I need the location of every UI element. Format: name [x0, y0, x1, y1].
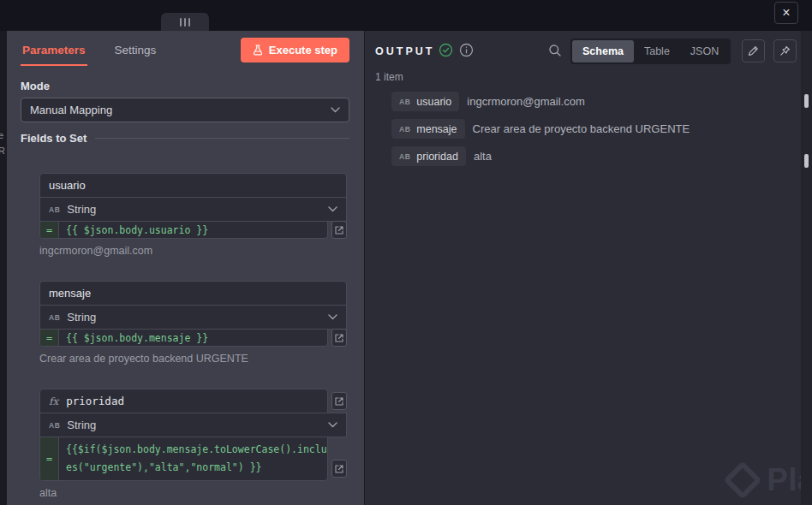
field-value-row: = {{ $json.body.usuario }}: [39, 221, 347, 239]
schema-field-value: ingcrmoron@gmail.com: [467, 95, 584, 108]
execute-step-button[interactable]: Execute step: [241, 38, 349, 62]
schema-field-prioridad[interactable]: AB prioridad: [391, 146, 466, 166]
info-icon[interactable]: [459, 43, 474, 57]
pencil-icon: [748, 45, 759, 56]
fx-expression-icon: fx: [49, 395, 58, 407]
field-type-value: String: [67, 311, 96, 324]
field-type-select[interactable]: AB String: [39, 197, 347, 222]
pin-icon: [779, 45, 791, 56]
field-value-row: = {{ $json.body.mensaje }}: [39, 329, 347, 347]
canvas-text-fragment: R: [0, 146, 5, 156]
string-type-icon: AB: [399, 152, 410, 161]
watermark-logo-icon: [724, 460, 762, 499]
field-type-select[interactable]: AB String: [39, 305, 347, 330]
scrollbar-gutter: [801, 31, 812, 505]
tab-parameters[interactable]: Parameters: [21, 36, 87, 66]
field-name-value: mensaje: [49, 287, 91, 300]
tab-table[interactable]: Table: [634, 40, 680, 62]
expression-equals-prefix: =: [40, 437, 59, 480]
parameters-panel: Parameters Settings Execute step Mode Ma…: [7, 31, 364, 505]
divider: [95, 138, 349, 139]
expression-input[interactable]: = {{ $json.body.usuario }}: [39, 221, 328, 239]
field-mensaje: mensaje AB String = {{ $json.body.mensaj…: [39, 281, 347, 365]
field-type-value: String: [67, 419, 96, 431]
params-tab-bar: Parameters Settings: [21, 36, 158, 66]
scrollbar-thumb[interactable]: [804, 154, 809, 168]
string-type-icon: AB: [399, 98, 410, 106]
string-type-icon: AB: [49, 421, 60, 430]
schema-field-name: mensaje: [416, 123, 457, 135]
tab-settings[interactable]: Settings: [113, 36, 158, 66]
schema-field-name: prioridad: [416, 151, 458, 163]
schema-field-value: Crear area de proyecto backend URGENTE: [473, 122, 690, 135]
expression-text: {{ $json.body.usuario }}: [59, 222, 327, 238]
items-count: 1 item: [375, 71, 403, 83]
schema-row: AB prioridad alta: [391, 146, 794, 166]
panel-drag-handle[interactable]: [161, 13, 209, 31]
field-name-input[interactable]: mensaje: [39, 281, 347, 306]
execute-step-label: Execute step: [269, 44, 337, 56]
open-expression-editor-button[interactable]: [331, 329, 347, 347]
open-expression-editor-button[interactable]: [331, 392, 347, 410]
drag-bar-icon: [180, 18, 182, 27]
schema-row: AB usuario ingcrmoron@gmail.com: [391, 92, 794, 111]
success-check-icon: [439, 43, 453, 57]
expression-line-1: {{$if($json.body.mensaje.toLowerCase().i…: [66, 441, 320, 459]
expression-result-preview: alta: [39, 487, 347, 499]
tab-json[interactable]: JSON: [680, 40, 729, 62]
fields-to-set-label: Fields to Set: [21, 132, 87, 145]
output-panel: OUTPUT Schema Table JSON 1: [365, 31, 801, 505]
expression-input[interactable]: = {{$if($json.body.mensaje.toLowerCase()…: [39, 437, 328, 481]
expression-result-preview: Crear area de proyecto backend URGENTE: [39, 353, 347, 365]
expression-line-2: es("urgente"),"alta","normal") }}: [66, 459, 320, 477]
chevron-down-icon: [331, 107, 340, 113]
mode-select[interactable]: Manual Mapping: [21, 98, 349, 122]
field-value-row: = {{$if($json.body.mensaje.toLowerCase()…: [39, 437, 347, 481]
edit-output-button[interactable]: [742, 39, 765, 62]
schema-rows: AB usuario ingcrmoron@gmail.com AB mensa…: [391, 92, 794, 174]
open-expression-editor-button[interactable]: [331, 460, 347, 478]
tab-schema[interactable]: Schema: [572, 40, 634, 62]
mode-label: Mode: [21, 80, 50, 92]
string-type-icon: AB: [399, 125, 410, 134]
field-name-input[interactable]: fx prioridad: [39, 389, 328, 413]
field-type-select[interactable]: AB String: [39, 413, 347, 437]
field-prioridad: fx prioridad AB String = {{$if($json.bod…: [39, 389, 347, 499]
schema-field-usuario[interactable]: AB usuario: [391, 92, 459, 111]
field-type-value: String: [67, 203, 96, 216]
string-type-icon: AB: [49, 205, 60, 214]
expression-input[interactable]: = {{ $json.body.mensaje }}: [39, 329, 328, 347]
drag-bar-icon: [184, 18, 186, 27]
expression-equals-prefix: =: [40, 330, 59, 346]
watermark-text: Plat: [767, 462, 801, 498]
field-name-value: prioridad: [66, 395, 124, 407]
mode-value: Manual Mapping: [30, 104, 112, 116]
canvas-text-fragment: e: [0, 130, 3, 140]
schema-row: AB mensaje Crear area de proyecto backen…: [391, 119, 794, 139]
field-name-input[interactable]: usuario: [39, 173, 347, 198]
top-bar: ×: [0, 0, 812, 31]
chevron-down-icon: [328, 422, 337, 428]
field-name-row: fx prioridad: [39, 389, 347, 413]
expression-result-preview: ingcrmoron@gmail.com: [39, 245, 347, 257]
schema-field-name: usuario: [416, 96, 451, 108]
chevron-down-icon: [328, 314, 337, 320]
flask-icon: [253, 45, 263, 56]
chevron-down-icon: [328, 206, 337, 212]
expression-text: {{ $json.body.mensaje }}: [59, 330, 327, 346]
fields-to-set-header: Fields to Set: [21, 132, 349, 145]
pin-data-button[interactable]: [773, 39, 797, 62]
schema-field-value: alta: [474, 150, 492, 163]
field-name-value: usuario: [49, 179, 86, 192]
watermark: Plat: [729, 462, 801, 498]
expression-text: {{$if($json.body.mensaje.toLowerCase().i…: [59, 437, 327, 480]
string-type-icon: AB: [49, 313, 60, 322]
close-button[interactable]: ×: [774, 2, 798, 24]
schema-field-mensaje[interactable]: AB mensaje: [391, 119, 465, 139]
search-icon[interactable]: [548, 44, 562, 57]
open-expression-editor-button[interactable]: [331, 221, 347, 239]
output-title: OUTPUT: [375, 45, 434, 57]
scrollbar-thumb[interactable]: [804, 94, 809, 108]
expression-equals-prefix: =: [40, 222, 59, 238]
drag-bar-icon: [188, 18, 190, 27]
